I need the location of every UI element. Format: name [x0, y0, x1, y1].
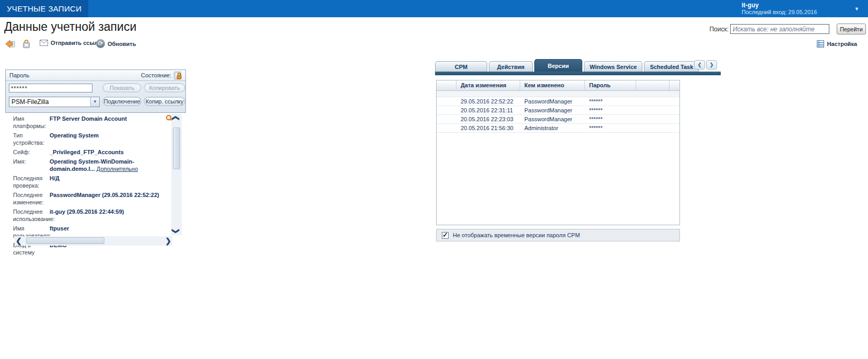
details-vertical-scrollbar[interactable]: ❮ ❯ [171, 114, 182, 235]
refresh-button[interactable]: ⟳ Обновить [96, 39, 136, 48]
back-button[interactable] [5, 40, 15, 49]
details-horizontal-scrollbar[interactable]: ❮ ❯ [15, 236, 172, 246]
scroll-right-icon[interactable]: ❯ [165, 237, 171, 245]
header-cell-empty [670, 80, 679, 90]
tab-scheduled-task[interactable]: Scheduled Task [644, 61, 699, 72]
page-title: Данные учетной записи [4, 20, 136, 34]
top-navigation-bar: УЧЕТНЫЕ ЗАПИСИ it-guy Последний вход: 29… [0, 0, 868, 17]
tabs-scroll-right-button[interactable]: ❯ [706, 60, 717, 70]
state-locked-icon [173, 71, 182, 80]
user-menu-chevron-down-icon[interactable]: ▼ [854, 6, 859, 11]
settings-label: Настройка [827, 41, 857, 47]
vertical-scroll-thumb[interactable] [173, 128, 180, 169]
tab-cpm[interactable]: CPM [435, 61, 487, 72]
header-cell-password[interactable]: Пароль [585, 80, 636, 90]
horizontal-scroll-thumb[interactable] [26, 237, 104, 244]
connection-selected-value: PSM-FileZilla [9, 97, 90, 107]
last-login-text: Последний вход: 29.05.2016 [742, 9, 817, 16]
user-menu[interactable]: it-guy Последний вход: 29.05.2016 [742, 2, 817, 16]
version-row[interactable]: 29.05.2016 22:52:22 PasswordManager ****… [437, 97, 679, 106]
state-label: Состояние: [141, 70, 171, 80]
checkbox-check-icon: ✓ [442, 231, 448, 239]
settings-icon [817, 40, 824, 48]
send-link-button[interactable]: Отправить ссылку [40, 40, 104, 46]
header-cell-date[interactable]: Дата изменения [456, 80, 520, 90]
show-password-button[interactable]: Показать [102, 83, 142, 92]
settings-button[interactable]: Настройка [817, 40, 857, 48]
table-filter-strip [437, 91, 679, 97]
version-row[interactable]: 20.05.2016 22:23:03 PasswordManager ****… [437, 115, 679, 124]
detail-row-last-modified: Последнее изменение:PasswordManager (29.… [5, 190, 171, 207]
password-panel-title: Пароль [9, 70, 29, 80]
connect-button[interactable]: Подключение [102, 97, 142, 106]
detail-row-platform: Имя платформы:FTP Server Domain Account [5, 114, 171, 131]
section-title: УЧЕТНЫЕ ЗАПИСИ [0, 0, 88, 17]
account-tabs-panel: CPM Действия Версии Windows Service Sche… [435, 59, 721, 241]
user-name: it-guy [742, 2, 817, 9]
active-tab-bar [435, 72, 721, 75]
copy-link-button[interactable]: Копир. ссылку [144, 97, 185, 106]
tab-strip: CPM Действия Версии Windows Service Sche… [435, 59, 721, 72]
scroll-down-icon[interactable]: ❯ [172, 228, 180, 234]
refresh-icon: ⟳ [96, 39, 105, 48]
hide-temporary-versions-label: Не отображать временные версии пароля CP… [453, 232, 580, 238]
header-cell-by[interactable]: Кем изменено [520, 80, 585, 90]
header-cell-empty [437, 80, 456, 90]
detail-row-safe: Сейф:_Privileged_FTP_Accounts [5, 147, 171, 157]
back-icon [5, 40, 15, 49]
copy-password-button[interactable]: Копировать [144, 83, 185, 92]
home-button[interactable] [22, 40, 31, 49]
detail-row-name: Имя:Operating System-WinDomain-domain.de… [5, 157, 171, 173]
header-cell-empty [636, 80, 670, 90]
detail-row-last-used: Последнее использование:it-guy (29.05.20… [5, 207, 171, 224]
version-row[interactable]: 20.05.2016 21:56:30 Administrator ****** [437, 124, 679, 133]
cpm-versions-filter: ✓ Не отображать временные версии пароля … [436, 229, 680, 241]
scroll-left-icon[interactable]: ❮ [16, 237, 22, 245]
detail-row-device-type: Тип устройства:Operating System [5, 131, 171, 147]
account-details-list: Имя платформы:FTP Server Domain Account … [5, 114, 171, 257]
tab-versions[interactable]: Версии [534, 59, 582, 72]
more-link[interactable]: Дополнительно [97, 166, 138, 172]
scroll-up-icon[interactable]: ❮ [172, 115, 180, 121]
tab-windows-service[interactable]: Windows Service [584, 61, 642, 72]
connection-chevron-down-icon[interactable]: ▼ [90, 97, 99, 107]
search-input[interactable] [730, 24, 829, 34]
password-panel: Пароль Состояние: Показать Копировать PS… [5, 70, 186, 113]
connection-select[interactable]: PSM-FileZilla ▼ [9, 97, 100, 107]
hide-temporary-versions-checkbox[interactable]: ✓ [442, 232, 449, 239]
detail-row-last-verified: Последняя проверка:Н/Д [5, 173, 171, 190]
home-icon [22, 40, 31, 49]
search-go-button[interactable]: Перейти [837, 24, 866, 34]
envelope-icon [40, 40, 48, 46]
tab-actions[interactable]: Действия [489, 61, 533, 72]
versions-table-header: Дата изменения Кем изменено Пароль [437, 80, 679, 91]
tabs-scroll-left-button[interactable]: ❮ [694, 60, 705, 70]
password-field[interactable] [9, 84, 92, 92]
versions-table: Дата изменения Кем изменено Пароль 29.05… [436, 80, 680, 225]
refresh-label: Обновить [108, 41, 136, 47]
version-row[interactable]: 20.05.2016 22:31:11 PasswordManager ****… [437, 106, 679, 115]
search-label: Поиск: [709, 26, 729, 33]
